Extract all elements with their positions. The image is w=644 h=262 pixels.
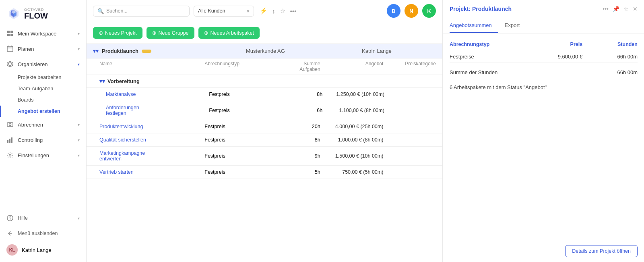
new-package-icon: ⊕ [204,30,208,36]
item-name-anforderungen[interactable]: Anforderungenfestlegen [106,105,209,116]
sidebar-item-workspace[interactable]: Mein Workspace [0,26,86,41]
project-person: Katrin Lange [362,48,436,54]
tab-export[interactable]: Export [505,18,526,33]
filter-icon[interactable]: ⚡ [260,7,267,15]
sidebar-item-abrechnen[interactable]: Abrechnen [0,117,86,132]
logo-text: OCTAVED FLOW [24,8,48,20]
search-box[interactable]: 🔍 [93,6,190,17]
sidebar-sub-boards[interactable]: Boards [0,94,86,106]
avatar-blue[interactable]: B [387,4,400,18]
item-offer-qualitaet: 1.000,00 € (8h 00m) [320,137,384,143]
project-expand-icon[interactable]: ▾ [93,48,99,54]
right-panel: Projekt: Produktlaunch ••• 📌 ☆ ✕ Angebot… [443,0,644,262]
topbar-filter-icons: ⚡ ↕ ☆ ••• [260,7,296,15]
panel-title-name: Produktlaunch [472,6,512,12]
panel-body: Abrechnungstyp Preis Stunden Festpreise … [443,33,644,240]
table-row: Anforderungenfestlegen Festpreis 6h 1.10… [87,101,442,120]
col-header-type: Abrechnungstyp [204,61,268,72]
avatar-yellow[interactable]: N [405,4,418,18]
sidebar-sub-team[interactable]: Team-Aufgaben [0,83,86,94]
panel-row-type: Festpreise [450,54,527,60]
new-package-label: Neues Arbeitspaket [211,30,254,36]
layers-icon [6,60,14,68]
table-row: Produktentwicklung Festpreis 20h 4.000,0… [87,120,442,133]
project-name: Produktlaunch [102,48,138,54]
search-input[interactable] [106,8,185,14]
sidebar-item-organisieren[interactable]: Organisieren [0,56,86,72]
panel-sum-price-empty [530,69,582,75]
panel-header: Projekt: Produktlaunch ••• 📌 ☆ ✕ [443,0,644,18]
item-name-vertrieb[interactable]: Vertrieb starten [99,169,204,175]
panel-tabs: Angebotssummen Export [443,18,644,33]
item-offer-marketing: 1.500,00 € (10h 00m) [320,153,384,159]
tab-angebotssummen[interactable]: Angebotssummen [450,18,498,33]
panel-icons: ••• 📌 ☆ ✕ [603,6,638,12]
sidebar-sub-projekte[interactable]: Projekte bearbeiten [0,72,86,83]
col-header-sum: SummeAufgaben [268,61,320,72]
panel-table-header: Abrechnungstyp Preis Stunden [450,42,638,47]
abrechnen-label: Abrechnen [18,122,43,128]
new-project-icon: ⊕ [99,30,103,36]
item-type-produktentwicklung: Festpreis [204,124,268,129]
sidebar-item-controlling[interactable]: Controlling [0,132,86,148]
panel-col-hours: Stunden [586,42,638,47]
col-header-price: Preiskategorie [383,61,436,72]
sort-icon[interactable]: ↕ [272,8,275,15]
panel-col-price: Preis [530,42,582,47]
group-row-vorbereitung[interactable]: ▾ Vorbereitung [87,75,442,88]
item-name-marktanalyse[interactable]: Marktanalyse [106,91,209,97]
sidebar: OCTAVED FLOW Mein Workspace Planen [0,0,87,262]
panel-pin-icon[interactable]: 📌 [613,6,619,12]
table-row: Qualität sicherstellen Festpreis 8h 1.00… [87,133,442,147]
panel-close-icon[interactable]: ✕ [633,6,638,12]
user-avatar: KL [6,244,18,256]
project-name-cell: ▾ Produktlaunch [93,48,241,54]
item-offer-marktanalyse: 1.250,00 € (10h 00m) [322,91,384,97]
table-column-headers: Name Abrechnungstyp SummeAufgaben Angebo… [87,58,442,75]
search-icon: 🔍 [97,8,104,14]
item-offer-anforderungen: 1.100,00 € (8h 00m) [322,108,384,113]
svg-rect-8 [10,34,13,36]
sidebar-item-hilfe[interactable]: ? Hilfe [0,210,86,226]
svg-point-18 [9,154,11,156]
svg-point-14 [9,124,11,126]
panel-footer: Details zum Projekt öffnen [443,240,644,262]
sidebar-item-einstellungen[interactable]: Einstellungen [0,148,86,163]
item-name-produktentwicklung[interactable]: Produktentwicklung [99,124,204,129]
svg-rect-9 [7,46,13,52]
project-client: Musterkunde AG [246,48,357,54]
item-name-qualitaet[interactable]: Qualität sicherstellen [99,137,204,143]
sidebar-item-planen[interactable]: Planen [0,41,86,56]
customer-filter[interactable]: Alle Kunden ▾ [194,6,254,17]
hilfe-label: Hilfe [18,215,28,221]
new-group-button[interactable]: ⊕ Neue Gruppe [147,27,194,39]
item-type-marktanalyse: Festpreis [209,91,271,97]
item-type-qualitaet: Festpreis [204,137,268,143]
item-offer-vertrieb: 750,00 € (5h 00m) [320,169,384,175]
panel-sum-label: Summe der Stunden [450,69,527,75]
panel-star-icon[interactable]: ☆ [623,6,629,12]
workspace-label: Mein Workspace [18,31,57,37]
sidebar-item-hide-menu[interactable]: Menü ausblenden [0,226,86,241]
more-icon[interactable]: ••• [290,8,297,15]
einstellungen-chevron [78,153,80,158]
new-package-button[interactable]: ⊕ Neues Arbeitspaket [198,27,260,39]
customer-filter-label: Alle Kunden [198,8,225,14]
panel-sum-hours: 66h 00m [586,69,638,75]
einstellungen-label: Einstellungen [18,152,49,158]
star-icon[interactable]: ☆ [280,7,285,15]
new-group-label: Neue Gruppe [159,30,189,36]
avatar-green[interactable]: K [422,4,436,18]
topbar: 🔍 Alle Kunden ▾ ⚡ ↕ ☆ ••• B N K [87,0,442,22]
organisieren-label: Organisieren [18,61,47,67]
details-button[interactable]: Details zum Projekt öffnen [565,245,638,257]
calendar-icon [6,45,14,52]
panel-more-icon[interactable]: ••• [603,6,609,12]
item-name-marketing[interactable]: Marketingkampagneentwerfen [99,150,204,162]
sidebar-sub-angebot[interactable]: Angebot erstellen [0,106,86,117]
project-header-row: ▾ Produktlaunch Musterkunde AG Katrin La… [87,44,442,58]
project-status-dot [142,50,151,53]
help-icon: ? [6,214,14,222]
new-project-button[interactable]: ⊕ Neues Projekt [93,27,142,39]
user-row[interactable]: KL Katrin Lange [0,241,86,259]
